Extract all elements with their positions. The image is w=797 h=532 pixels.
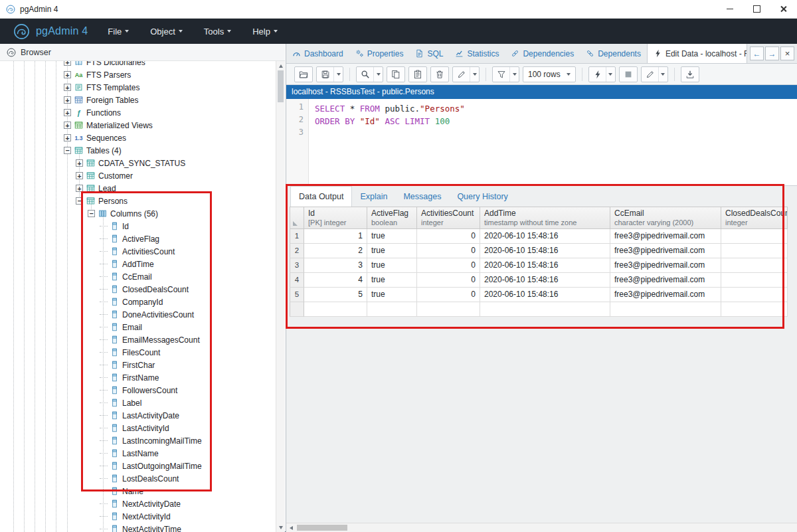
browser-scrollbar[interactable] <box>276 61 285 532</box>
tree-item-lead[interactable]: +Lead <box>0 182 276 195</box>
tab-edit-data-localhost-rssbustest-p[interactable]: Edit Data - localhost - RSSBusTest - p..… <box>647 44 747 63</box>
expand-plus-icon[interactable]: + <box>64 109 71 116</box>
paste-row-button[interactable] <box>408 66 427 82</box>
tree-item-followerscount[interactable]: FollowersCount <box>0 384 276 397</box>
grid-cell[interactable]: true <box>367 288 417 302</box>
tree-item-tables-4[interactable]: −Tables (4) <box>0 144 276 157</box>
grid-cell[interactable] <box>721 288 788 302</box>
grid-cell[interactable]: free3@pipedrivemail.com <box>610 273 721 288</box>
grid-cell[interactable] <box>721 258 788 273</box>
grid-cell[interactable]: free3@pipedrivemail.com <box>610 258 721 273</box>
grid-cell[interactable]: true <box>367 229 417 244</box>
dropdown-toggle[interactable] <box>470 67 479 82</box>
expand-plus-icon[interactable]: + <box>76 159 83 167</box>
grid-cell[interactable]: 1 <box>304 229 367 244</box>
grid-column-header-addtime[interactable]: AddTimetimestamp without time zone <box>480 207 610 229</box>
results-hscrollbar[interactable] <box>286 523 797 532</box>
copy-row-button[interactable] <box>387 66 405 82</box>
collapse-minus-icon[interactable]: − <box>88 210 95 217</box>
edit-button[interactable] <box>452 66 480 82</box>
sql-code[interactable]: SELECT * FROM public."Persons"ORDER BY "… <box>309 99 797 185</box>
menu-file[interactable]: File <box>108 27 129 37</box>
output-tab-data-output[interactable]: Data Output <box>290 186 352 207</box>
grid-cell[interactable]: 0 <box>417 229 480 244</box>
delete-row-button[interactable] <box>430 66 449 82</box>
tree-item-closeddealscount[interactable]: ClosedDealsCount <box>0 283 276 296</box>
grid-cell[interactable]: 0 <box>417 288 480 302</box>
grid-cell[interactable] <box>721 273 788 288</box>
tree-item-firstchar[interactable]: FirstChar <box>0 359 276 371</box>
dropdown-toggle[interactable] <box>333 67 343 82</box>
scrollbar-thumb[interactable] <box>278 70 284 102</box>
collapse-minus-icon[interactable]: − <box>76 197 83 205</box>
grid-cell[interactable] <box>480 302 610 317</box>
tab-sql[interactable]: SQL <box>409 44 449 63</box>
tree-item-addtime[interactable]: AddTime <box>0 258 276 270</box>
close-button[interactable] <box>770 0 796 18</box>
tree-item-functions[interactable]: +ƒFunctions <box>0 106 276 119</box>
tree-item-name[interactable]: Name <box>0 485 276 497</box>
tree-item-lastincomingmailtime[interactable]: LastIncomingMailTime <box>0 434 276 447</box>
output-tab-explain[interactable]: Explain <box>352 186 395 207</box>
tree-item-lastactivitydate[interactable]: LastActivityDate <box>0 409 276 422</box>
tree-item-fts-templates[interactable]: +FTS Templates <box>0 81 276 94</box>
grid-column-header-ccemail[interactable]: CcEmailcharacter varying (2000) <box>610 207 721 229</box>
tree-item-columns-56[interactable]: −Columns (56) <box>0 207 276 220</box>
grid-cell[interactable]: 0 <box>417 244 480 258</box>
grid-cell[interactable]: true <box>367 258 417 273</box>
grid-cell[interactable] <box>721 302 788 317</box>
execute-query-button[interactable] <box>588 66 616 82</box>
grid-cell[interactable]: 5 <box>304 288 367 302</box>
grid-cell[interactable] <box>417 302 480 317</box>
tree-item-nextactivityid[interactable]: NextActivityId <box>0 510 276 523</box>
grid-cell[interactable]: 0 <box>417 273 480 288</box>
expand-plus-icon[interactable]: + <box>64 96 71 104</box>
grid-cell[interactable]: 2020-06-10 15:48:16 <box>480 258 610 273</box>
grid-cell[interactable]: 2020-06-10 15:48:16 <box>480 273 610 288</box>
row-limit-select[interactable]: 100 rows <box>523 66 576 82</box>
tab-scroll-left-button[interactable]: ← <box>750 46 764 60</box>
row-number-cell[interactable]: 3 <box>290 258 304 273</box>
minimize-button[interactable] <box>717 0 743 18</box>
open-file-button[interactable] <box>294 66 313 82</box>
tree-item-companyid[interactable]: CompanyId <box>0 296 276 308</box>
dropdown-toggle[interactable] <box>373 67 383 82</box>
grid-column-header-id[interactable]: Id[PK] integer <box>304 207 367 229</box>
tree-item-emailmessagescount[interactable]: EmailMessagesCount <box>0 333 276 346</box>
filter-button[interactable] <box>492 66 519 82</box>
grid-cell[interactable]: 0 <box>417 258 480 273</box>
grid-cell[interactable]: free3@pipedrivemail.com <box>610 244 721 258</box>
grid-column-header-closeddealscount[interactable]: ClosedDealsCountinteger <box>721 207 788 229</box>
tab-dependents[interactable]: Dependents <box>580 44 647 63</box>
tree-item-customer[interactable]: +Customer <box>0 169 276 182</box>
tree-item-doneactivitiescount[interactable]: DoneActivitiesCount <box>0 308 276 321</box>
tree-item-fts-parsers[interactable]: +AaFTS Parsers <box>0 68 276 81</box>
tab-dashboard[interactable]: Dashboard <box>286 44 349 63</box>
tree-item-activeflag[interactable]: ActiveFlag <box>0 232 276 245</box>
tab-scroll-right-button[interactable]: → <box>765 46 779 60</box>
menu-tools[interactable]: Tools <box>204 27 231 37</box>
tree-item-persons[interactable]: −Persons <box>0 195 276 207</box>
grid-cell[interactable] <box>721 244 788 258</box>
clear-query-button[interactable] <box>641 66 668 82</box>
dropdown-toggle[interactable] <box>658 67 667 82</box>
tree-item-nextactivitydate[interactable]: NextActivityDate <box>0 497 276 510</box>
grid-column-header-activitiescount[interactable]: ActivitiesCountinteger <box>417 207 480 229</box>
tree-item-nextactivitytime[interactable]: NextActivityTime <box>0 523 276 532</box>
tree-item-ccemail[interactable]: CcEmail <box>0 270 276 283</box>
row-number-cell[interactable]: 5 <box>290 288 304 302</box>
grid-column-header-activeflag[interactable]: ActiveFlagboolean <box>367 207 417 229</box>
grid-cell[interactable]: 4 <box>304 273 367 288</box>
find-button[interactable] <box>356 66 383 82</box>
tab-properties[interactable]: Properties <box>349 44 410 63</box>
grid-cell[interactable]: 2020-06-10 15:48:16 <box>480 288 610 302</box>
tree-item-foreign-tables[interactable]: +Foreign Tables <box>0 94 276 106</box>
tree-item-fts-dictionaries[interactable]: +FTS Dictionaries <box>0 61 276 68</box>
scroll-up-button[interactable] <box>276 61 285 70</box>
collapse-minus-icon[interactable]: − <box>64 147 71 154</box>
tree-item-email[interactable]: Email <box>0 321 276 333</box>
dropdown-toggle[interactable] <box>606 67 615 82</box>
tree-item-lastname[interactable]: LastName <box>0 447 276 460</box>
sql-editor[interactable]: 123 SELECT * FROM public."Persons"ORDER … <box>286 99 797 185</box>
row-number-cell[interactable] <box>290 302 304 317</box>
